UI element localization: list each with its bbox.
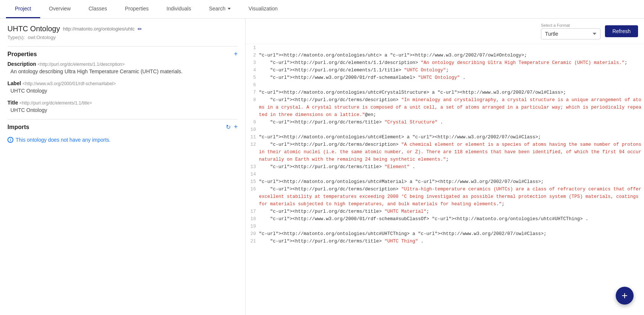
- property-description-value: An ontology describing Ultra High Temper…: [7, 68, 238, 74]
- line-code: "c-url"><http://matonto.org/ontologies/u…: [257, 230, 644, 238]
- line-code: "c-url"><http://purl.org/dc/terms/descri…: [257, 186, 644, 208]
- line-number: 19: [246, 223, 257, 230]
- table-row: 19: [246, 223, 644, 230]
- tab-project[interactable]: Project: [6, 0, 40, 18]
- line-code: [257, 81, 644, 89]
- main-layout: UHTC Ontology http://matonto.org/ontolog…: [0, 19, 644, 315]
- line-number: 1: [246, 44, 257, 52]
- line-number: 20: [246, 230, 257, 238]
- info-icon: i: [7, 137, 13, 143]
- table-row: 11"c-url"><http://matonto.org/ontologies…: [246, 134, 644, 141]
- properties-add-button[interactable]: +: [234, 50, 238, 58]
- ontology-title-row: UHTC Ontology http://matonto.org/ontolog…: [7, 25, 238, 33]
- line-code: "c-url"><http://purl.org/dc/elements/1.1…: [257, 67, 644, 74]
- table-row: 13 "c-url"><http://purl.org/dc/terms/tit…: [246, 163, 644, 171]
- top-nav: Project Overview Classes Properties Indi…: [0, 0, 644, 19]
- table-row: 7"c-url"><http://matonto.org/ontologies/…: [246, 89, 644, 96]
- imports-info: i This ontology does not have any import…: [7, 137, 238, 143]
- line-number: 15: [246, 178, 257, 186]
- ontology-url: http://matonto.org/ontologies/uhtc: [63, 26, 135, 32]
- tab-overview[interactable]: Overview: [40, 0, 80, 18]
- tab-properties[interactable]: Properties: [116, 0, 158, 18]
- fab-add-button[interactable]: +: [616, 287, 634, 305]
- table-row: 20"c-url"><http://matonto.org/ontologies…: [246, 230, 644, 238]
- imports-refresh-icon[interactable]: ↻: [226, 123, 231, 131]
- line-code: [257, 171, 644, 178]
- refresh-button[interactable]: Refresh: [605, 25, 638, 37]
- line-code: [257, 126, 644, 134]
- type-label: Type(s):: [7, 35, 25, 40]
- table-row: 5 "c-url"><http://www.w3.org/2000/01/rdf…: [246, 74, 644, 81]
- property-label: Label <http://www.w3.org/2000/01/rdf-sch…: [7, 80, 238, 94]
- table-row: 16 "c-url"><http://purl.org/dc/terms/des…: [246, 186, 644, 208]
- line-code: "c-url"><http://purl.org/dc/elements/1.1…: [257, 59, 644, 67]
- table-row: 17 "c-url"><http://purl.org/dc/terms/tit…: [246, 208, 644, 215]
- line-number: 13: [246, 163, 257, 171]
- imports-section-title: Imports: [7, 124, 29, 131]
- code-table: 12"c-url"><http://matonto.org/ontologies…: [246, 44, 644, 245]
- line-number: 12: [246, 141, 257, 163]
- line-code: "c-url"><http://purl.org/dc/terms/descri…: [257, 141, 644, 163]
- chevron-down-icon: [228, 8, 231, 10]
- table-row: 18 "c-url"><http://www.w3.org/2000/01/rd…: [246, 215, 644, 223]
- line-code: "c-url"><http://www.w3.org/2000/01/rdf-s…: [257, 74, 644, 81]
- line-number: 18: [246, 215, 257, 223]
- imports-section-actions: ↻ +: [226, 123, 238, 131]
- tab-search-label: Search: [209, 6, 225, 12]
- table-row: 1: [246, 44, 644, 52]
- table-row: 6: [246, 81, 644, 89]
- imports-add-button[interactable]: +: [234, 123, 238, 131]
- right-panel: Select a Format Turtle RDF/XML JSON-LD N…: [246, 19, 644, 315]
- properties-section-actions: +: [234, 50, 238, 58]
- tab-visualization[interactable]: Visualization: [240, 0, 286, 18]
- type-value: owl:Ontology: [28, 35, 56, 40]
- line-number: 8: [246, 96, 257, 119]
- code-toolbar: Select a Format Turtle RDF/XML JSON-LD N…: [246, 19, 644, 44]
- property-title-value: UHTC Ontology: [7, 107, 238, 113]
- line-code: "c-url"><http://purl.org/dc/terms/title>…: [257, 238, 644, 245]
- line-code: "c-url"><http://purl.org/dc/terms/title>…: [257, 163, 644, 171]
- line-code: "c-url"><http://matonto.org/ontologies/u…: [257, 134, 644, 141]
- line-code: [257, 44, 644, 52]
- property-description: Description <http://purl.org/dc/elements…: [7, 61, 238, 74]
- line-code: "c-url"><http://purl.org/dc/terms/descri…: [257, 96, 644, 119]
- table-row: 8 "c-url"><http://purl.org/dc/terms/desc…: [246, 96, 644, 119]
- imports-message: This ontology does not have any imports.: [16, 137, 110, 143]
- code-content: 12"c-url"><http://matonto.org/ontologies…: [246, 44, 644, 315]
- format-select[interactable]: Turtle RDF/XML JSON-LD N-Triples: [541, 28, 600, 39]
- line-number: 14: [246, 171, 257, 178]
- property-title-header: Title <http://purl.org/dc/elements/1.1/t…: [7, 100, 238, 106]
- tab-individuals[interactable]: Individuals: [158, 0, 200, 18]
- properties-section-title: Properties: [7, 51, 37, 58]
- line-code: [257, 223, 644, 230]
- line-number: 7: [246, 89, 257, 96]
- table-row: 14: [246, 171, 644, 178]
- table-row: 9 "c-url"><http://purl.org/dc/terms/titl…: [246, 119, 644, 126]
- line-code: "c-url"><http://matonto.org/ontologies/u…: [257, 178, 644, 186]
- line-number: 10: [246, 126, 257, 134]
- property-title: Title <http://purl.org/dc/elements/1.1/t…: [7, 100, 238, 113]
- property-description-label: Description <http://purl.org/dc/elements…: [7, 61, 238, 67]
- tab-classes[interactable]: Classes: [80, 0, 116, 18]
- tab-search[interactable]: Search: [200, 0, 240, 18]
- line-number: 16: [246, 186, 257, 208]
- table-row: 3 "c-url"><http://purl.org/dc/elements/1…: [246, 59, 644, 67]
- table-row: 4 "c-url"><http://purl.org/dc/elements/1…: [246, 67, 644, 74]
- ontology-title: UHTC Ontology: [7, 25, 60, 33]
- line-number: 6: [246, 81, 257, 89]
- table-row: 10: [246, 126, 644, 134]
- line-code: "c-url"><http://purl.org/dc/terms/title>…: [257, 119, 644, 126]
- properties-section-header: Properties +: [7, 46, 238, 61]
- edit-icon[interactable]: ✏: [138, 26, 142, 32]
- line-code: "c-url"><http://matonto.org/ontologies/u…: [257, 52, 644, 59]
- line-number: 2: [246, 52, 257, 59]
- line-code: "c-url"><http://purl.org/dc/terms/title>…: [257, 208, 644, 215]
- table-row: 2"c-url"><http://matonto.org/ontologies/…: [246, 52, 644, 59]
- property-label-header: Label <http://www.w3.org/2000/01/rdf-sch…: [7, 80, 238, 86]
- line-code: "c-url"><http://www.w3.org/2000/01/rdf-s…: [257, 215, 644, 223]
- format-label: Select a Format: [541, 23, 600, 28]
- line-number: 17: [246, 208, 257, 215]
- table-row: 21 "c-url"><http://purl.org/dc/terms/tit…: [246, 238, 644, 245]
- line-number: 9: [246, 119, 257, 126]
- line-number: 3: [246, 59, 257, 67]
